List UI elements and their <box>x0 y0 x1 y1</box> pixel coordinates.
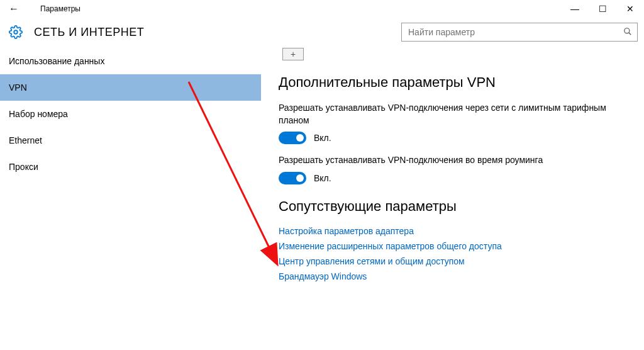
window-title: Параметры <box>40 4 561 13</box>
link-adapter-settings[interactable]: Настройка параметров адаптера <box>279 226 638 236</box>
sidebar: Использование данных VPN Набор номера Et… <box>0 48 261 350</box>
maximize-button[interactable]: ☐ <box>589 0 616 18</box>
add-vpn-button[interactable]: + <box>282 48 304 60</box>
toggle-roaming[interactable] <box>279 172 306 184</box>
toggle-metered[interactable] <box>279 132 306 144</box>
sidebar-item-ethernet[interactable]: Ethernet <box>0 127 261 154</box>
svg-point-1 <box>625 28 630 33</box>
main-content: + Дополнительные параметры VPN Разрешать… <box>261 48 644 350</box>
section-related-title: Сопутствующие параметры <box>279 198 638 215</box>
sidebar-item-vpn[interactable]: VPN <box>0 74 261 101</box>
svg-point-0 <box>14 30 18 34</box>
link-firewall[interactable]: Брандмауэр Windows <box>279 271 638 281</box>
back-button[interactable]: ← <box>6 3 21 14</box>
settings-gear-icon <box>9 25 23 39</box>
search-box[interactable] <box>401 23 638 42</box>
search-icon <box>623 27 632 38</box>
sidebar-item-dialup[interactable]: Набор номера <box>0 101 261 127</box>
sidebar-item-proxy[interactable]: Прокси <box>0 154 261 180</box>
page-title: СЕТЬ И ИНТЕРНЕТ <box>34 26 144 39</box>
toggle-metered-state: Вкл. <box>314 133 331 143</box>
link-network-center[interactable]: Центр управления сетями и общим доступом <box>279 256 638 266</box>
link-advanced-sharing[interactable]: Изменение расширенных параметров общего … <box>279 241 638 251</box>
option-metered-label: Разрешать устанавливать VPN-подключения … <box>279 102 638 127</box>
svg-line-2 <box>629 32 631 35</box>
search-input[interactable] <box>407 26 623 38</box>
sidebar-item-data-usage[interactable]: Использование данных <box>0 48 261 74</box>
minimize-button[interactable]: — <box>561 0 589 18</box>
close-button[interactable]: ✕ <box>616 0 644 18</box>
toggle-roaming-state: Вкл. <box>314 173 331 183</box>
option-roaming-label: Разрешать устанавливать VPN-подключения … <box>279 154 638 167</box>
section-advanced-title: Дополнительные параметры VPN <box>279 74 638 91</box>
